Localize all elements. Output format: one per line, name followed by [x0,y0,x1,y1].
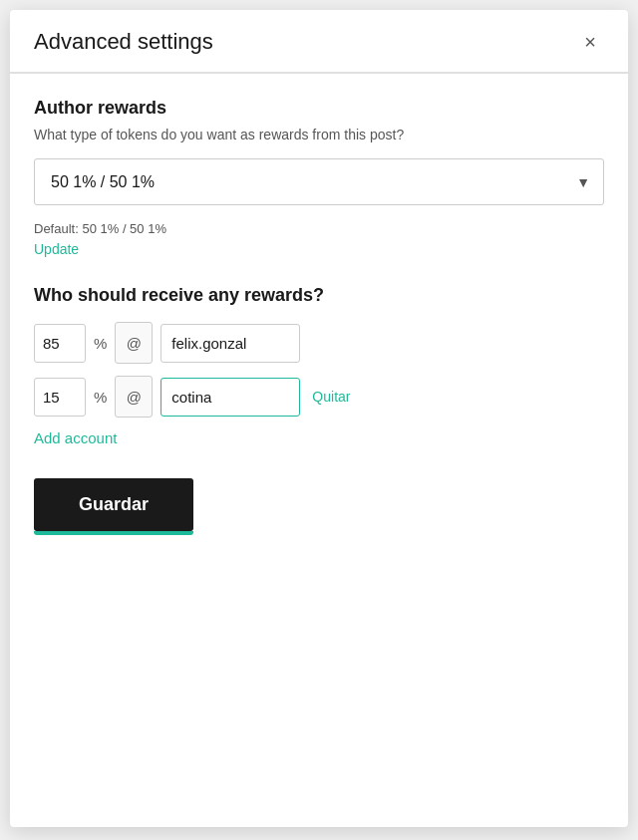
beneficiary-2-pct-input[interactable] [34,378,86,417]
author-rewards-title: Author rewards [34,98,604,119]
modal-title: Advanced settings [34,29,213,55]
pct-label-2: % [94,389,107,406]
add-account-button[interactable]: Add account [34,429,117,446]
remove-beneficiary-2-button[interactable]: Quitar [312,389,350,405]
reward-type-dropdown-wrapper: 50 1% / 50 1% 100% Power Up Decline Payo… [34,158,604,205]
beneficiary-row-1: % @ [34,322,604,364]
author-rewards-section: Author rewards What type of tokens do yo… [34,98,604,285]
beneficiary-1-account-input[interactable] [160,324,300,363]
who-receives-title: Who should receive any rewards? [34,285,604,306]
beneficiary-2-account-input[interactable] [160,378,300,417]
beneficiary-1-pct-input[interactable] [34,324,86,363]
at-symbol-2: @ [115,376,153,418]
modal-header: Advanced settings × [10,10,628,73]
update-default-button[interactable]: Update [34,241,79,257]
modal-body: Author rewards What type of tokens do yo… [10,74,628,555]
save-button[interactable]: Guardar [34,478,193,531]
default-reward-text: Default: 50 1% / 50 1% [34,221,604,236]
advanced-settings-modal: Advanced settings × Author rewards What … [10,10,628,827]
pct-label-1: % [94,335,107,352]
beneficiary-row-2: % @ Quitar [34,376,604,418]
at-symbol-1: @ [115,322,153,364]
author-rewards-description: What type of tokens do you want as rewar… [34,127,604,142]
who-receives-section: Who should receive any rewards? % @ % @ … [34,285,604,446]
close-button[interactable]: × [576,28,604,56]
reward-type-select[interactable]: 50 1% / 50 1% 100% Power Up Decline Payo… [34,158,604,205]
